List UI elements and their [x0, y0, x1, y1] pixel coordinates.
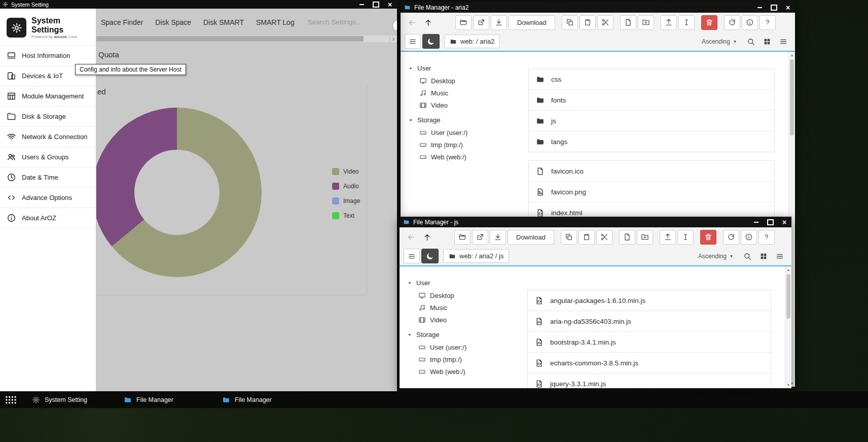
- sidebar-item-about-aroz[interactable]: About ArOZ: [0, 208, 96, 228]
- breadcrumb[interactable]: web: / aria2: [444, 35, 500, 48]
- tree-item-music[interactable]: Music: [408, 87, 526, 99]
- theme-toggle-button[interactable]: [422, 34, 440, 49]
- download-icon-button[interactable]: [490, 230, 506, 245]
- sidebar-item-date-time[interactable]: Date & Time: [0, 167, 96, 188]
- open-button[interactable]: [455, 15, 472, 30]
- maximize-button[interactable]: [767, 2, 781, 13]
- settings-titlebar[interactable]: System Setting ×: [0, 0, 397, 9]
- copy-button[interactable]: [561, 230, 577, 245]
- new-file-button[interactable]: [620, 15, 636, 30]
- scroll-up-arrow[interactable]: ▲: [785, 266, 791, 273]
- grid-view-button[interactable]: [760, 34, 775, 49]
- breadcrumb[interactable]: web: / aria2 / js: [443, 249, 509, 263]
- taskbar-item-file-manager-1[interactable]: File Manager: [124, 396, 208, 404]
- properties-button[interactable]: [742, 15, 758, 30]
- scrollbar-thumb[interactable]: [790, 59, 794, 135]
- back-button[interactable]: [404, 230, 418, 245]
- theme-toggle-button[interactable]: [421, 249, 439, 263]
- tab-disk-smart[interactable]: Disk SMART: [203, 18, 244, 26]
- download-button[interactable]: Download: [509, 15, 555, 30]
- help-button[interactable]: [758, 230, 775, 245]
- list-view-button[interactable]: [776, 34, 791, 49]
- sidebar-item-users-groups[interactable]: Users & Groups: [0, 147, 96, 167]
- file-row[interactable]: langs: [529, 131, 774, 152]
- download-icon-button[interactable]: [491, 15, 507, 30]
- delete-button[interactable]: [701, 15, 717, 30]
- rename-button[interactable]: [678, 15, 695, 30]
- clipped-circle-button[interactable]: [392, 20, 397, 31]
- tab-disk-space[interactable]: Disk Space: [155, 18, 191, 26]
- tree-section-storage[interactable]: Storage: [407, 328, 525, 341]
- maximize-button[interactable]: [369, 0, 383, 9]
- scrollbar-thumb[interactable]: [786, 274, 790, 319]
- tree-item-video[interactable]: Video: [408, 99, 526, 111]
- tree-item-tmp-drive[interactable]: tmp (tmp:/): [408, 139, 526, 151]
- file-row[interactable]: echarts-common-3.8.5.min.js: [528, 353, 771, 373]
- paste-button[interactable]: [580, 15, 596, 30]
- properties-button[interactable]: [741, 230, 757, 245]
- delete-button[interactable]: [700, 230, 716, 245]
- minimize-button[interactable]: [354, 0, 369, 9]
- minimize-button[interactable]: [752, 2, 767, 13]
- fm-titlebar[interactable]: File Manager - js ×: [400, 217, 791, 227]
- file-row[interactable]: bootstrap-3.4.1.min.js: [528, 332, 771, 353]
- upload-button[interactable]: [661, 15, 677, 30]
- upload-button[interactable]: [660, 230, 676, 245]
- vertical-scrollbar[interactable]: ▲ ▼: [785, 266, 791, 388]
- refresh-button[interactable]: [723, 230, 739, 245]
- refresh-button[interactable]: [724, 15, 740, 30]
- copy-button[interactable]: [562, 15, 578, 30]
- sort-order-select[interactable]: Ascending ▾: [702, 38, 736, 45]
- open-in-new-window-button[interactable]: [473, 15, 489, 30]
- new-folder-button[interactable]: [638, 15, 654, 30]
- tree-section-user[interactable]: User: [407, 277, 525, 289]
- tree-item-web-drive[interactable]: Web (web:/): [407, 365, 525, 378]
- grid-view-button[interactable]: [756, 249, 771, 263]
- scrollbar-thumb[interactable]: [96, 36, 364, 42]
- tree-item-tmp-drive[interactable]: tmp (tmp:/): [407, 353, 525, 365]
- file-row[interactable]: jquery-3.3.1.min.js: [528, 373, 771, 388]
- sidebar-item-network-connection[interactable]: Network & Connection: [0, 127, 96, 147]
- tree-item-music[interactable]: Music: [407, 301, 525, 314]
- list-view-button[interactable]: [772, 249, 787, 263]
- open-button[interactable]: [454, 230, 471, 245]
- file-row[interactable]: favicon.png: [529, 182, 774, 202]
- close-button[interactable]: ×: [781, 2, 795, 13]
- tabbar-horizontal-scrollbar[interactable]: ›: [96, 36, 397, 42]
- tree-item-user-drive[interactable]: User (user:/): [407, 341, 525, 353]
- tree-section-storage[interactable]: Storage: [408, 114, 526, 126]
- minimize-button[interactable]: [749, 217, 763, 227]
- sidebar-item-host-information[interactable]: Host Information: [0, 46, 96, 66]
- tab-space-finder[interactable]: Space Finder: [101, 18, 143, 26]
- close-button[interactable]: ×: [777, 217, 791, 227]
- fm-titlebar[interactable]: File Manager - aria2 ×: [401, 2, 795, 13]
- sort-order-select[interactable]: Ascending ▾: [698, 253, 733, 260]
- file-row[interactable]: js: [529, 111, 774, 131]
- sidebar-item-advance-options[interactable]: Advance Options: [0, 188, 96, 208]
- file-row[interactable]: css: [529, 69, 774, 90]
- settings-search-input[interactable]: [307, 18, 385, 26]
- tree-item-web-drive[interactable]: Web (web:/): [408, 151, 526, 163]
- rename-button[interactable]: [677, 230, 694, 245]
- new-file-button[interactable]: [619, 230, 635, 245]
- scroll-right-arrow[interactable]: ›: [389, 36, 397, 42]
- new-folder-button[interactable]: [637, 230, 653, 245]
- taskbar-item-file-manager-2[interactable]: File Manager: [222, 396, 306, 404]
- tree-item-video[interactable]: Video: [407, 314, 525, 326]
- sidebar-item-disk-storage[interactable]: Disk & Storage: [0, 107, 96, 127]
- download-button[interactable]: Download: [508, 230, 554, 245]
- sidebar-item-module-management[interactable]: Module Management: [0, 86, 96, 107]
- scroll-up-arrow[interactable]: ▲: [789, 52, 795, 58]
- tree-item-desktop[interactable]: Desktop: [407, 289, 525, 301]
- file-row[interactable]: angular-packages-1.6.10.min.js: [528, 290, 771, 311]
- tree-item-desktop[interactable]: Desktop: [408, 75, 526, 87]
- tab-smart-log[interactable]: SMART Log: [256, 18, 295, 26]
- file-row[interactable]: fonts: [529, 90, 774, 111]
- app-launcher-button[interactable]: [5, 395, 17, 404]
- help-button[interactable]: [760, 15, 776, 30]
- file-row[interactable]: favicon.ico: [529, 161, 774, 182]
- cut-button[interactable]: [596, 230, 612, 245]
- open-in-new-window-button[interactable]: [472, 230, 488, 245]
- paste-button[interactable]: [578, 230, 595, 245]
- tree-item-user-drive[interactable]: User (user:/): [408, 126, 526, 139]
